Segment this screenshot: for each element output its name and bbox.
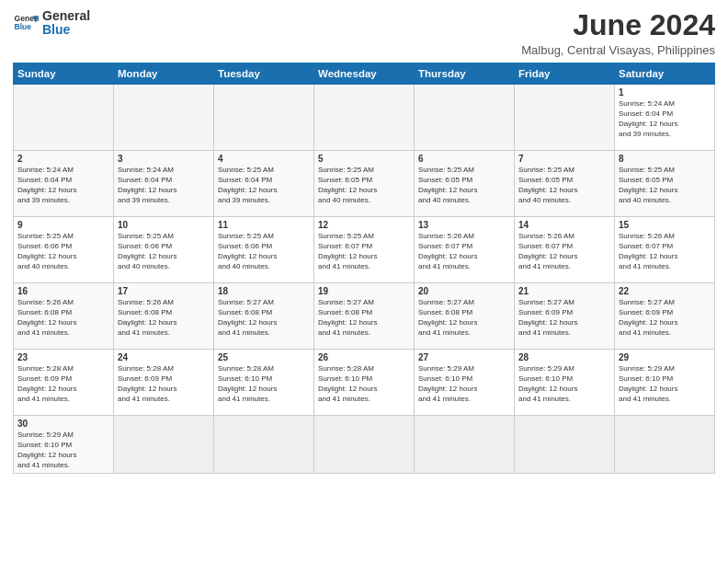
day-number: 7	[518, 154, 610, 164]
calendar-cell: 4Sunrise: 5:25 AM Sunset: 6:04 PM Daylig…	[214, 151, 314, 217]
day-info: Sunrise: 5:26 AM Sunset: 6:07 PM Dayligh…	[619, 232, 711, 271]
calendar-cell	[415, 85, 515, 151]
day-info: Sunrise: 5:24 AM Sunset: 6:04 PM Dayligh…	[118, 166, 210, 205]
header-row: Sunday Monday Tuesday Wednesday Thursday…	[14, 63, 715, 85]
day-info: Sunrise: 5:26 AM Sunset: 6:08 PM Dayligh…	[17, 298, 109, 338]
calendar-cell: 2Sunrise: 5:24 AM Sunset: 6:04 PM Daylig…	[14, 151, 114, 217]
day-info: Sunrise: 5:26 AM Sunset: 6:07 PM Dayligh…	[518, 232, 610, 271]
day-number: 4	[218, 154, 310, 164]
calendar-cell: 26Sunrise: 5:28 AM Sunset: 6:10 PM Dayli…	[314, 350, 415, 416]
day-info: Sunrise: 5:28 AM Sunset: 6:10 PM Dayligh…	[318, 364, 410, 404]
calendar-cell: 25Sunrise: 5:28 AM Sunset: 6:10 PM Dayli…	[214, 350, 314, 416]
calendar-week-row: 23Sunrise: 5:28 AM Sunset: 6:09 PM Dayli…	[14, 350, 715, 416]
col-monday: Monday	[114, 63, 214, 85]
calendar-body: 1Sunrise: 5:24 AM Sunset: 6:04 PM Daylig…	[14, 85, 715, 474]
title-block: June 2024 Malbug, Central Visayas, Phili…	[521, 9, 715, 57]
calendar-cell: 5Sunrise: 5:25 AM Sunset: 6:05 PM Daylig…	[314, 151, 415, 217]
day-info: Sunrise: 5:25 AM Sunset: 6:06 PM Dayligh…	[218, 232, 310, 271]
day-info: Sunrise: 5:25 AM Sunset: 6:05 PM Dayligh…	[318, 166, 410, 205]
day-info: Sunrise: 5:29 AM Sunset: 6:10 PM Dayligh…	[518, 364, 610, 404]
calendar-cell: 13Sunrise: 5:26 AM Sunset: 6:07 PM Dayli…	[415, 217, 515, 283]
day-info: Sunrise: 5:27 AM Sunset: 6:09 PM Dayligh…	[518, 298, 610, 338]
day-info: Sunrise: 5:25 AM Sunset: 6:06 PM Dayligh…	[17, 232, 109, 271]
logo-general: General	[42, 9, 90, 23]
calendar-cell: 30Sunrise: 5:29 AM Sunset: 6:10 PM Dayli…	[14, 416, 114, 474]
calendar-cell	[515, 416, 615, 474]
calendar-page: General Blue General Blue June 2024 Malb…	[0, 0, 728, 563]
day-number: 24	[118, 352, 210, 362]
day-number: 19	[318, 286, 410, 296]
day-info: Sunrise: 5:27 AM Sunset: 6:08 PM Dayligh…	[418, 298, 510, 338]
calendar-week-row: 1Sunrise: 5:24 AM Sunset: 6:04 PM Daylig…	[14, 85, 715, 151]
day-number: 25	[218, 352, 310, 362]
day-number: 11	[218, 220, 310, 230]
calendar-cell	[314, 416, 415, 474]
day-number: 5	[318, 154, 410, 164]
logo-blue: Blue	[42, 23, 90, 37]
calendar-title: June 2024	[521, 9, 715, 41]
col-saturday: Saturday	[615, 63, 715, 85]
day-number: 14	[518, 220, 610, 230]
calendar-header: Sunday Monday Tuesday Wednesday Thursday…	[14, 63, 715, 85]
calendar-cell	[14, 85, 114, 151]
calendar-cell: 15Sunrise: 5:26 AM Sunset: 6:07 PM Dayli…	[615, 217, 715, 283]
calendar-cell: 6Sunrise: 5:25 AM Sunset: 6:05 PM Daylig…	[415, 151, 515, 217]
day-number: 2	[17, 154, 109, 164]
col-tuesday: Tuesday	[214, 63, 314, 85]
calendar-cell: 29Sunrise: 5:29 AM Sunset: 6:10 PM Dayli…	[615, 350, 715, 416]
day-info: Sunrise: 5:27 AM Sunset: 6:08 PM Dayligh…	[218, 298, 310, 338]
calendar-cell: 20Sunrise: 5:27 AM Sunset: 6:08 PM Dayli…	[415, 283, 515, 350]
col-wednesday: Wednesday	[314, 63, 415, 85]
calendar-cell: 14Sunrise: 5:26 AM Sunset: 6:07 PM Dayli…	[515, 217, 615, 283]
day-number: 13	[418, 220, 510, 230]
calendar-cell: 18Sunrise: 5:27 AM Sunset: 6:08 PM Dayli…	[214, 283, 314, 350]
col-thursday: Thursday	[415, 63, 515, 85]
day-number: 1	[619, 87, 711, 98]
calendar-cell: 12Sunrise: 5:25 AM Sunset: 6:07 PM Dayli…	[314, 217, 415, 283]
calendar-cell: 9Sunrise: 5:25 AM Sunset: 6:06 PM Daylig…	[14, 217, 114, 283]
calendar-cell: 21Sunrise: 5:27 AM Sunset: 6:09 PM Dayli…	[515, 283, 615, 350]
col-sunday: Sunday	[14, 63, 114, 85]
day-info: Sunrise: 5:25 AM Sunset: 6:04 PM Dayligh…	[218, 166, 310, 205]
day-info: Sunrise: 5:25 AM Sunset: 6:05 PM Dayligh…	[418, 166, 510, 205]
calendar-cell: 27Sunrise: 5:29 AM Sunset: 6:10 PM Dayli…	[415, 350, 515, 416]
calendar-week-row: 2Sunrise: 5:24 AM Sunset: 6:04 PM Daylig…	[14, 151, 715, 217]
day-number: 17	[118, 286, 210, 296]
day-number: 27	[418, 352, 510, 362]
calendar-cell	[515, 85, 615, 151]
day-number: 10	[118, 220, 210, 230]
day-info: Sunrise: 5:26 AM Sunset: 6:08 PM Dayligh…	[118, 298, 210, 338]
day-number: 23	[17, 352, 109, 362]
header: General Blue General Blue June 2024 Malb…	[13, 9, 715, 57]
calendar-week-row: 30Sunrise: 5:29 AM Sunset: 6:10 PM Dayli…	[14, 416, 715, 474]
day-info: Sunrise: 5:25 AM Sunset: 6:05 PM Dayligh…	[619, 166, 711, 205]
calendar-cell	[615, 416, 715, 474]
day-info: Sunrise: 5:29 AM Sunset: 6:10 PM Dayligh…	[619, 364, 711, 404]
day-number: 22	[619, 286, 711, 296]
day-info: Sunrise: 5:28 AM Sunset: 6:09 PM Dayligh…	[118, 364, 210, 404]
calendar-cell: 17Sunrise: 5:26 AM Sunset: 6:08 PM Dayli…	[114, 283, 214, 350]
day-number: 12	[318, 220, 410, 230]
calendar-cell	[114, 85, 214, 151]
day-number: 29	[619, 352, 711, 362]
calendar-cell: 1Sunrise: 5:24 AM Sunset: 6:04 PM Daylig…	[615, 85, 715, 151]
day-number: 15	[619, 220, 711, 230]
day-info: Sunrise: 5:27 AM Sunset: 6:08 PM Dayligh…	[318, 298, 410, 338]
calendar-cell: 11Sunrise: 5:25 AM Sunset: 6:06 PM Dayli…	[214, 217, 314, 283]
calendar-cell: 22Sunrise: 5:27 AM Sunset: 6:09 PM Dayli…	[615, 283, 715, 350]
calendar-cell: 24Sunrise: 5:28 AM Sunset: 6:09 PM Dayli…	[114, 350, 214, 416]
calendar-subtitle: Malbug, Central Visayas, Philippines	[521, 43, 715, 57]
day-number: 9	[17, 220, 109, 230]
calendar-cell: 7Sunrise: 5:25 AM Sunset: 6:05 PM Daylig…	[515, 151, 615, 217]
day-number: 30	[17, 419, 109, 429]
day-number: 18	[218, 286, 310, 296]
day-info: Sunrise: 5:28 AM Sunset: 6:09 PM Dayligh…	[17, 364, 109, 404]
calendar-cell: 19Sunrise: 5:27 AM Sunset: 6:08 PM Dayli…	[314, 283, 415, 350]
day-number: 28	[518, 352, 610, 362]
calendar-cell: 3Sunrise: 5:24 AM Sunset: 6:04 PM Daylig…	[114, 151, 214, 217]
day-number: 21	[518, 286, 610, 296]
calendar-cell	[114, 416, 214, 474]
day-number: 20	[418, 286, 510, 296]
col-friday: Friday	[515, 63, 615, 85]
calendar-cell: 28Sunrise: 5:29 AM Sunset: 6:10 PM Dayli…	[515, 350, 615, 416]
